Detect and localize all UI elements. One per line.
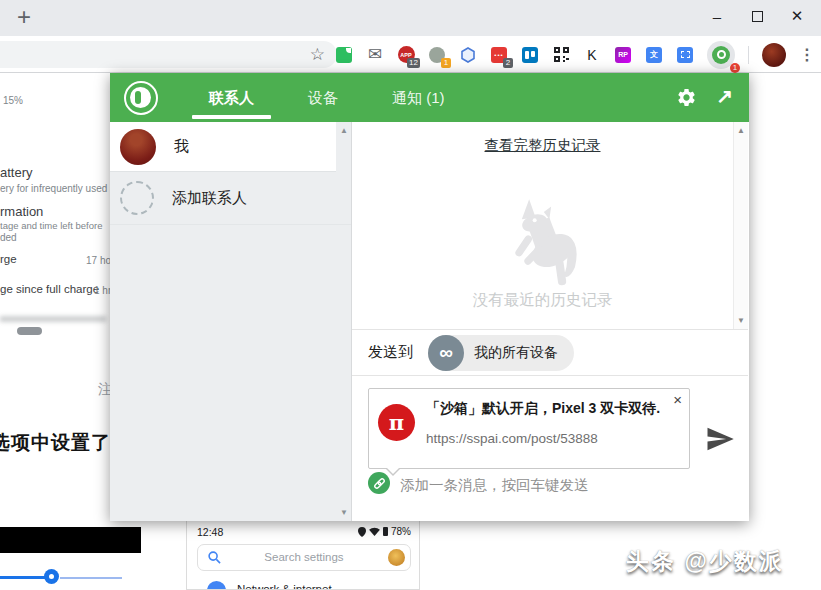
link-chip-icon (368, 472, 390, 494)
watermark: 头条 @少数派 (626, 546, 784, 577)
unicorn-illustration (484, 190, 600, 300)
slider-thumb (44, 569, 59, 584)
chain-link-icon (372, 476, 387, 491)
maximize-button[interactable] (737, 1, 777, 31)
bookmark-star-icon[interactable]: ☆ (310, 44, 325, 65)
pushbullet-extension-icon[interactable]: 1 (707, 41, 735, 69)
tab-notifications[interactable]: 通知 (1) (365, 73, 472, 122)
popup-tabs: 联系人 设备 通知 (1) (182, 73, 472, 122)
address-bar[interactable]: ☆ (0, 41, 337, 68)
popup-body: 我 添加联系人 ▲ ▼ 查看完整历史记录 (110, 122, 749, 521)
extension-badge: 1 (441, 58, 451, 68)
screenshot-extension-icon[interactable] (676, 46, 694, 64)
tab-contacts[interactable]: 联系人 (182, 73, 281, 122)
red-dots-extension-icon[interactable]: ••• 2 (490, 46, 508, 64)
background-battery-settings: 15% attery ery for infrequently used app… (0, 73, 110, 520)
popup-header: 联系人 设备 通知 (1) ↗ (110, 73, 749, 122)
full-history-link[interactable]: 查看完整历史记录 (352, 136, 733, 155)
message-input-placeholder[interactable]: 添加一条消息，按回车键发送 (400, 476, 589, 495)
article-heading-fragment: 选项中设置了图标 (0, 430, 110, 456)
history-scrollbar[interactable]: ▲ ▼ (733, 122, 748, 329)
extension-badge: 12 (407, 58, 420, 68)
evernote-extension-icon[interactable] (335, 46, 353, 64)
scroll-down-icon[interactable]: ▼ (340, 508, 348, 517)
envelope-icon: ✉ (368, 44, 382, 65)
slider-track-filled (0, 576, 47, 579)
add-contact-row[interactable]: 添加联系人 (110, 172, 351, 225)
k-extension-icon[interactable]: K (583, 46, 601, 64)
extension-row: ✉ APP 12 1 ••• 2 K RP 文 (335, 36, 815, 73)
history-area: 查看完整历史记录 (352, 122, 748, 330)
trello-extension-icon[interactable] (521, 46, 539, 64)
link-preview-title: 「沙箱」默认开启，Pixel 3 双卡双待. (426, 400, 669, 418)
link-preview-url: https://sspai.com/post/53888 (426, 431, 598, 446)
mail-extension-icon[interactable]: ✉ (366, 46, 384, 64)
battery-line-fragment: ge since full charge (0, 283, 99, 295)
add-contact-dashed-icon (120, 181, 154, 215)
profile-avatar (388, 549, 405, 566)
rp-extension-icon[interactable]: RP (614, 46, 632, 64)
open-in-window-icon[interactable]: ↗ (716, 84, 733, 108)
screen: 15% attery ery for infrequently used app… (0, 0, 821, 590)
battery-percentage: 78% (391, 526, 411, 537)
close-button[interactable]: ✕ (777, 1, 817, 31)
send-target-label: 我的所有设备 (474, 344, 558, 362)
new-tab-button[interactable]: + (10, 4, 38, 32)
contact-row-me[interactable]: 我 (110, 122, 336, 172)
blurred-text-line (0, 316, 106, 322)
gear-icon[interactable] (676, 87, 697, 108)
contacts-sidebar: 我 添加联系人 ▲ ▼ (110, 122, 352, 521)
pushbullet-popup: 联系人 设备 通知 (1) ↗ 我 添加联系人 ▲ ▼ (110, 73, 749, 521)
network-internet-icon (207, 581, 226, 590)
google-translate-icon: 文 (646, 47, 662, 63)
scroll-up-icon[interactable]: ▲ (737, 126, 745, 135)
scroll-up-icon[interactable]: ▲ (340, 126, 348, 135)
extension-badge: 2 (503, 58, 513, 68)
tab-devices[interactable]: 设备 (281, 73, 365, 122)
browser-profile-avatar[interactable] (762, 43, 786, 67)
pushbullet-logo (124, 81, 158, 115)
history-empty-text: 没有最近的历史记录 (352, 290, 733, 311)
battery-value-fragment: 1 hr, (94, 285, 110, 296)
wifi-icon (369, 527, 380, 536)
battery-line-fragment: attery (0, 165, 33, 180)
frame-icon (677, 47, 693, 63)
maximize-icon (752, 11, 763, 22)
battery-line-fragment: rmation (0, 204, 43, 219)
status-icons: 78% (358, 526, 411, 537)
translate-extension-icon[interactable]: 文 (645, 46, 663, 64)
qr-extension-icon[interactable] (552, 46, 570, 64)
send-icon[interactable] (705, 424, 735, 454)
evernote-icon (336, 47, 352, 63)
note-text-fragment: 注 (98, 381, 110, 399)
rp-icon: RP (615, 47, 631, 63)
location-icon (358, 527, 366, 537)
toolbar-separator (748, 46, 749, 64)
pushbullet-icon (712, 46, 730, 64)
adblock-extension-icon[interactable]: APP 12 (397, 46, 415, 64)
battery-pct-fragment: 15% (3, 95, 23, 106)
browser-menu-icon[interactable]: ⋮ (799, 45, 815, 64)
qr-code-icon (554, 47, 569, 62)
browser-toolbar: ☆ ✉ APP 12 1 ••• 2 K (0, 36, 821, 73)
minimize-button[interactable]: – (697, 1, 737, 31)
status-time: 12:48 (197, 526, 223, 538)
background-settings-screenshot: 12:48 78% Search settings Network & inte… (186, 519, 420, 590)
trello-icon (522, 47, 538, 63)
battery-value-fragment: 17 ho (86, 255, 110, 266)
battery-line-fragment: tage and time left before (0, 220, 102, 231)
sspai-logo-icon: π (378, 404, 415, 441)
hexagon-extension-icon[interactable] (459, 46, 477, 64)
add-contact-label: 添加联系人 (172, 189, 247, 208)
send-to-row: 发送到 ∞ 我的所有设备 (352, 330, 748, 376)
pushbullet-badge: 1 (730, 63, 740, 73)
close-preview-icon[interactable]: × (673, 391, 682, 408)
hexagon-icon (460, 47, 476, 63)
contact-avatar (120, 129, 156, 165)
send-to-label: 发送到 (368, 343, 413, 362)
gray-extension-icon[interactable]: 1 (428, 46, 446, 64)
link-preview-card: π 「沙箱」默认开启，Pixel 3 双卡双待. × https://sspai… (368, 388, 690, 469)
window-controls: – ✕ (697, 0, 817, 32)
send-target-pill[interactable]: ∞ 我的所有设备 (428, 335, 574, 371)
scroll-down-icon[interactable]: ▼ (737, 316, 745, 325)
